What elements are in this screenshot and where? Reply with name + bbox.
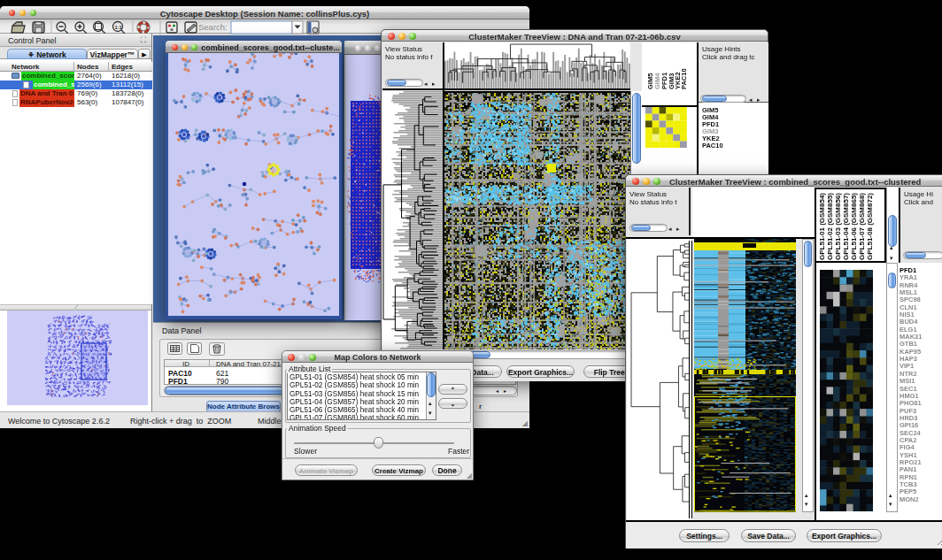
svg-text:Search:: Search: bbox=[198, 22, 228, 32]
svg-text:1:1: 1:1 bbox=[115, 25, 122, 30]
